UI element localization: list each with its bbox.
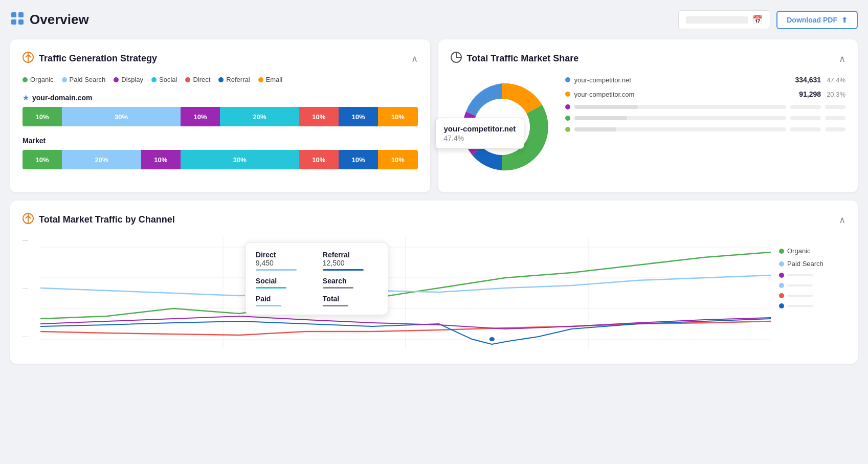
direct-bar — [256, 269, 297, 271]
social-dot — [151, 77, 157, 82]
total-bar — [323, 305, 348, 306]
chart-item6-bar — [787, 305, 813, 307]
tooltip-search: Search — [323, 277, 377, 289]
star-icon: ★ — [23, 94, 29, 102]
market-stacked-bar: 10%20%10%30%10%10%10% — [23, 150, 418, 169]
email-dot — [258, 77, 263, 82]
domain-bar-segment: 10% — [181, 107, 220, 126]
chart-legend-item5 — [779, 293, 845, 298]
svg-rect-3 — [18, 19, 24, 25]
market-bar-segment: 10% — [339, 150, 378, 169]
page-header: Overview 📅 Download PDF ⬆ — [10, 10, 858, 29]
pie-legend-row-3 — [565, 116, 846, 121]
domain-bar-segment: 10% — [339, 107, 378, 126]
tooltip-paid: Paid — [256, 295, 310, 306]
calendar-icon: 📅 — [752, 15, 763, 25]
market-share-header: Total Traffic Market Share ∧ — [451, 52, 846, 65]
page-title: Overview — [30, 12, 89, 28]
pie-tooltip: your-competitor.net 47.4% — [435, 118, 525, 149]
legend-display: Display — [114, 76, 143, 83]
chart-legend-right: Organic Paid Search — [779, 237, 845, 308]
chart-legend-organic: Organic — [779, 247, 845, 255]
traffic-strategy-card: Traffic Generation Strategy ∧ Organic Pa… — [10, 39, 430, 192]
header-left: Overview — [10, 11, 89, 29]
svg-rect-0 — [11, 12, 16, 17]
search-bar — [323, 287, 353, 289]
market-bar-segment: 20% — [62, 150, 141, 169]
channel-card: Total Market Traffic by Channel ∧ — — — — [10, 201, 858, 364]
pie-legend-dot-1 — [565, 92, 570, 97]
traffic-icon — [23, 52, 34, 65]
pie-legend-dot-2 — [565, 104, 570, 109]
upload-icon: ⬆ — [841, 16, 848, 24]
chart-tooltip: Direct 9,450 Referral 12,500 Social — [245, 242, 388, 315]
tooltip-social: Social — [256, 277, 310, 289]
domain-bar-segment: 10% — [23, 107, 62, 126]
channel-card-title: Total Market Traffic by Channel — [39, 214, 175, 225]
pie-legend-dot-4 — [565, 127, 570, 132]
overview-icon — [10, 11, 25, 29]
chart-item4-bar — [787, 284, 813, 286]
traffic-legend: Organic Paid Search Display Social Direc… — [23, 76, 418, 83]
pie-legend: your-competitor.net 334,631 47.4% your-c… — [565, 76, 846, 132]
channel-icon — [23, 213, 34, 227]
line-chart-container: Direct 9,450 Referral 12,500 Social — [40, 237, 771, 351]
domain-stacked-bar: 10%30%10%20%10%10%10% — [23, 107, 418, 126]
referral-dot — [218, 77, 224, 82]
traffic-card-title: Traffic Generation Strategy — [39, 53, 157, 64]
top-cards-row: Traffic Generation Strategy ∧ Organic Pa… — [10, 39, 858, 192]
market-share-collapse-button[interactable]: ∧ — [839, 53, 845, 64]
pie-legend-row-1: your-competitor.com 91,298 20.3% — [565, 90, 846, 98]
paid-search-dot — [62, 77, 67, 82]
tooltip-referral: Referral 12,500 — [323, 251, 377, 271]
pie-legend-dot-0 — [565, 77, 570, 82]
chart-item4-dot — [779, 283, 784, 288]
direct-dot — [185, 77, 190, 82]
channel-collapse-button[interactable]: ∧ — [839, 214, 845, 226]
pie-legend-row-4 — [565, 127, 846, 132]
market-bar-segment: 10% — [23, 150, 62, 169]
chart-item3-bar — [787, 274, 813, 276]
legend-organic: Organic — [23, 76, 54, 83]
market-bar-segment: 10% — [141, 150, 181, 169]
chart-legend-item3 — [779, 273, 845, 278]
pie-legend-row-2 — [565, 104, 846, 109]
header-right: 📅 Download PDF ⬆ — [678, 10, 858, 29]
pie-section: your-competitor.net 47.4% your-competito… — [451, 76, 846, 180]
y-axis: — — — — [23, 237, 32, 339]
domain-bar-segment: 10% — [378, 107, 417, 126]
chart-legend-item6 — [779, 303, 845, 308]
market-bar-segment: 10% — [378, 150, 417, 169]
domain-bar-segment: 20% — [220, 107, 299, 126]
chart-item5-dot — [779, 293, 784, 298]
tooltip-direct: Direct 9,450 — [256, 251, 310, 271]
legend-email: Email — [258, 76, 283, 83]
legend-social: Social — [151, 76, 177, 83]
traffic-collapse-button[interactable]: ∧ — [411, 53, 418, 64]
chart-paid-search-dot — [779, 261, 784, 267]
chart-legend-item4 — [779, 283, 845, 288]
chart-item5-bar — [787, 295, 813, 297]
legend-paid-search: Paid Search — [62, 76, 106, 83]
tooltip-grid: Direct 9,450 Referral 12,500 Social — [256, 251, 377, 306]
social-bar — [256, 287, 286, 289]
page-container: Overview 📅 Download PDF ⬆ — [10, 10, 858, 364]
market-label: Market — [23, 137, 418, 145]
paid-bar — [256, 305, 281, 306]
traffic-card-header: Traffic Generation Strategy ∧ — [23, 52, 418, 65]
domain-label-row: ★ your-domain.com — [23, 94, 418, 102]
svg-rect-1 — [18, 12, 24, 17]
domain-bar-segment: 30% — [62, 107, 181, 126]
market-bar-segment: 10% — [299, 150, 339, 169]
chart-item3-dot — [779, 273, 784, 278]
organic-dot — [23, 77, 28, 82]
line-chart-svg — [40, 237, 771, 349]
download-pdf-button[interactable]: Download PDF ⬆ — [776, 11, 858, 29]
svg-point-23 — [488, 337, 495, 342]
domain-bar-segment: 10% — [299, 107, 339, 126]
channel-card-header: Total Market Traffic by Channel ∧ — [23, 213, 845, 227]
market-share-card: Total Traffic Market Share ∧ — [438, 39, 858, 192]
svg-rect-2 — [11, 19, 16, 25]
display-dot — [114, 77, 119, 82]
date-picker[interactable]: 📅 — [678, 10, 770, 29]
